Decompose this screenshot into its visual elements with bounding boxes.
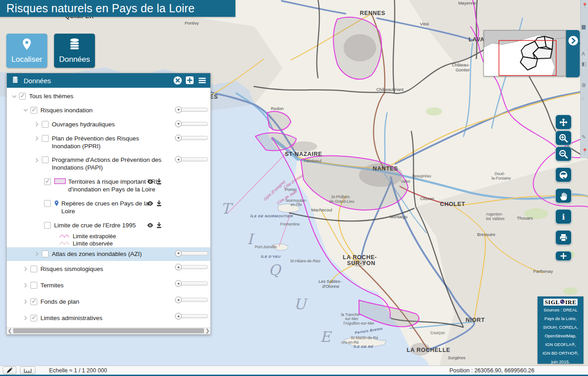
chevron-down-icon[interactable] [10,93,18,100]
scroll-left-icon[interactable]: ❮ [7,327,13,334]
marker-icon: 📍 [582,3,588,9]
chevron-right-icon[interactable] [22,282,30,289]
label-a-icon: A [582,51,585,56]
layer-actions [147,222,162,229]
layer-tree-row[interactable]: Fonds de plan [7,294,210,310]
chevron-right-icon[interactable] [22,298,30,306]
layer-checkbox[interactable] [30,298,37,305]
layer-tree-row[interactable]: Risques inondation [7,104,210,118]
info-button[interactable]: i [555,209,572,224]
download-icon[interactable] [156,222,162,229]
download-icon[interactable] [156,200,162,207]
layer-tree-row[interactable]: Termites [7,277,210,294]
add-icon[interactable] [185,76,194,85]
layer-tree-row[interactable]: Atlas des zones inondables (AZI) [7,247,210,261]
full-extent-icon [558,170,568,180]
layer-checkbox[interactable] [30,266,37,272]
layer-checkbox[interactable] [42,251,49,257]
slider-thumb[interactable] [175,135,182,141]
sources-text: Sources : DREALPays de la Loire,SIOUH, C… [538,306,583,366]
expand-plus-icon [560,252,567,260]
print-button[interactable] [555,230,572,245]
layer-checkbox[interactable] [44,200,51,207]
visibility-eye-icon[interactable] [147,222,154,229]
map-label: Beaupréau [412,174,431,178]
expand-plus-button[interactable] [555,251,572,261]
visibility-eye-icon[interactable] [147,200,154,207]
overview-map[interactable] [483,30,566,76]
database-icon [68,37,81,53]
layer-tree-row[interactable]: Limites administratives [7,310,210,326]
chevron-right-icon[interactable] [33,251,41,258]
layer-checkbox[interactable] [44,222,51,229]
slider-thumb[interactable] [175,313,182,320]
layer-label: Tous les thèmes [29,93,74,100]
layer-checkbox[interactable] [42,156,49,163]
opacity-slider[interactable] [175,136,208,140]
localiser-label: Localiser [11,55,42,64]
layer-tree-row[interactable]: Limite de crue de l'Erdre 1995 [7,219,210,233]
chevron-right-icon[interactable] [33,135,41,142]
visibility-eye-icon[interactable] [147,178,154,185]
layer-checkbox[interactable] [19,93,26,100]
overview-collapse-tab[interactable] [566,30,580,77]
drag-hand-button[interactable] [555,188,572,203]
layer-tree-row[interactable]: Ouvrages hydrauliques [7,118,210,132]
slider-thumb[interactable] [175,296,182,303]
layer-checkbox[interactable] [42,121,49,128]
layer-label: Programme d'Actions de Prévention des In… [52,156,164,172]
chevron-right-icon[interactable] [22,266,30,273]
layer-tree-row[interactable]: Programme d'Actions de Prévention des In… [7,153,210,175]
layer-tree-row[interactable]: Territoires à risque important TRI d'ino… [7,175,210,197]
scrollbar-thumb[interactable] [13,328,204,333]
opacity-slider[interactable] [175,251,208,256]
layer-tree-row[interactable]: Plan de Prévention des Risques Inondatio… [7,132,210,154]
layer-checkbox[interactable] [30,315,37,321]
zoom-in-button[interactable] [555,130,572,145]
layer-tree-row[interactable]: Risques sismologiques [7,261,210,277]
chevron-right-icon[interactable] [33,121,41,128]
layer-checkbox[interactable] [42,135,49,142]
draw-tool-button[interactable] [3,366,16,374]
localiser-button[interactable]: Localiser [6,34,47,68]
info-icon: i [558,212,568,222]
chevron-right-icon[interactable] [22,315,30,322]
edge-panel-strip: 📍▆A◧◍◌✎📍 [580,0,588,158]
menu-icon[interactable] [198,76,207,85]
opacity-slider[interactable] [175,157,208,161]
slider-thumb[interactable] [175,250,182,257]
layer-checkbox[interactable] [30,107,37,114]
slider-thumb[interactable] [175,264,182,271]
slider-thumb[interactable] [175,156,182,163]
donnees-button[interactable]: Données [54,34,95,68]
map-label: Gontier [455,67,469,72]
scroll-right-icon[interactable]: ❯ [204,327,210,334]
scalebar-tool-button[interactable] [20,366,35,374]
chevron-down-icon[interactable] [22,107,30,114]
opacity-slider[interactable] [175,265,208,269]
layer-tree-row[interactable]: Tous les thèmes [7,90,210,104]
sources-line: IGN GEOFLA®, [538,340,583,349]
zoom-out-button[interactable] [555,146,572,161]
opacity-slider[interactable] [175,281,208,286]
close-icon[interactable] [173,76,182,85]
pan-arrows-button[interactable] [555,115,572,130]
opacity-slider[interactable] [175,298,208,302]
slider-thumb[interactable] [175,106,182,113]
map-label: Ars-en-Ré [341,340,359,345]
opacity-slider[interactable] [175,314,208,318]
layer-tree-row[interactable]: Repères de crues en Pays de la Loire [7,197,210,219]
slider-thumb[interactable] [175,280,182,287]
layer-checkbox[interactable] [44,178,51,185]
full-extent-button[interactable] [555,167,572,182]
layer-checkbox[interactable] [30,282,37,289]
download-icon[interactable] [156,178,162,185]
opacity-slider[interactable] [175,122,208,126]
layer-label: Risques sismologiques [40,266,103,273]
panel-horizontal-scrollbar[interactable]: ❮ ❯ [7,327,210,334]
media-icon: ◧ [582,61,586,67]
chevron-right-icon[interactable] [33,156,41,164]
opacity-slider[interactable] [175,108,208,112]
data-panel-header[interactable]: Données [7,73,210,88]
slider-thumb[interactable] [175,120,182,127]
